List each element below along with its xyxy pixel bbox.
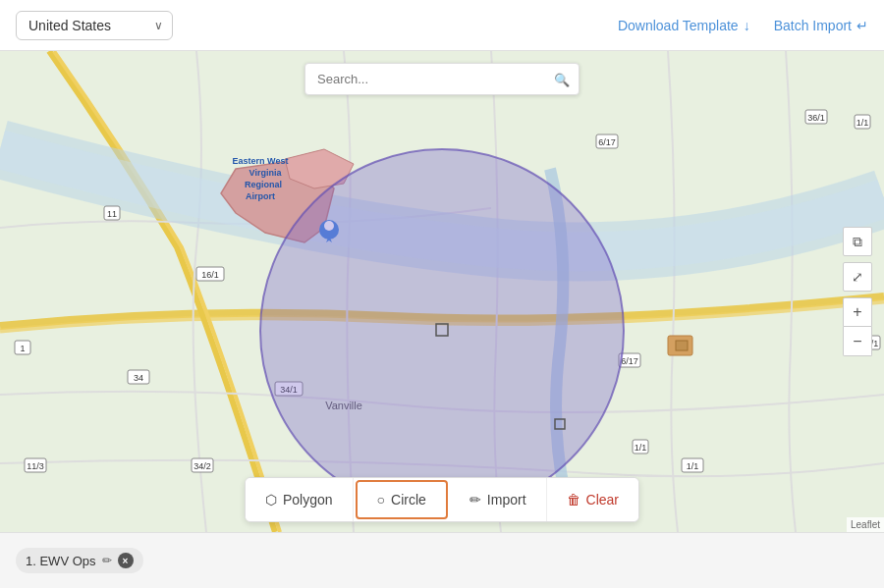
layer-button[interactable]: ⧉ — [843, 227, 872, 256]
svg-text:Virginia: Virginia — [249, 168, 283, 178]
circle-button[interactable]: ○ Circle — [356, 480, 448, 519]
svg-text:6/17: 6/17 — [598, 137, 616, 147]
batch-import-link[interactable]: Batch Import ↵ — [774, 18, 868, 33]
circle-icon: ○ — [377, 492, 385, 508]
map-controls: ⧉ ⤢ + − — [843, 227, 872, 356]
svg-text:34/2: 34/2 — [193, 461, 211, 471]
expand-button[interactable]: ⤢ — [843, 262, 872, 292]
map-toolbar: ⬡ Polygon ○ Circle ✏ Import 🗑 Clear — [245, 477, 639, 522]
leaflet-attribution: Leaflet — [847, 517, 884, 532]
clear-button[interactable]: 🗑 Clear — [547, 478, 638, 521]
map-search-input[interactable] — [304, 63, 580, 95]
zoom-in-button[interactable]: + — [843, 297, 872, 327]
svg-text:Eastern West: Eastern West — [233, 156, 289, 166]
svg-text:11/3: 11/3 — [27, 461, 44, 471]
map-container[interactable]: Eastern West Virginia Regional Airport V… — [0, 51, 884, 532]
zone-close-icon[interactable]: × — [118, 553, 134, 568]
svg-rect-4 — [676, 341, 688, 350]
clear-label: Clear — [586, 492, 619, 508]
svg-text:Regional: Regional — [245, 180, 282, 189]
polygon-button[interactable]: ⬡ Polygon — [246, 478, 354, 521]
download-template-link[interactable]: Download Template ↓ — [618, 18, 750, 33]
zones-bar: 1. EWV Ops ✏ × — [0, 532, 884, 588]
trash-icon: 🗑 — [567, 492, 580, 508]
download-template-label: Download Template — [618, 18, 739, 33]
search-icon: 🔍 — [554, 72, 570, 86]
zone-edit-icon[interactable]: ✏ — [102, 554, 112, 567]
svg-text:1/1: 1/1 — [635, 443, 647, 453]
zone-tag: 1. EWV Ops ✏ × — [16, 548, 143, 573]
svg-text:36/1: 36/1 — [807, 113, 825, 123]
batch-import-label: Batch Import — [774, 18, 852, 33]
import-label: Import — [487, 492, 526, 508]
country-select[interactable]: United States Canada United Kingdom — [16, 11, 173, 40]
svg-text:16/1: 16/1 — [201, 270, 219, 280]
svg-text:11: 11 — [107, 209, 117, 219]
download-icon: ↓ — [744, 18, 750, 33]
svg-text:1/1: 1/1 — [687, 461, 699, 471]
import-icon: ↵ — [856, 18, 868, 33]
main-content: Eastern West Virginia Regional Airport V… — [0, 51, 884, 588]
import-button[interactable]: ✏ Import — [450, 478, 547, 521]
import-pencil-icon: ✏ — [470, 492, 481, 508]
top-bar: United States Canada United Kingdom ∨ Do… — [0, 0, 884, 51]
map-search: 🔍 — [304, 63, 580, 95]
top-links: Download Template ↓ Batch Import ↵ — [618, 18, 868, 33]
circle-label: Circle — [391, 492, 426, 508]
svg-point-40 — [260, 149, 624, 512]
polygon-icon: ⬡ — [265, 492, 277, 508]
polygon-label: Polygon — [283, 492, 333, 508]
zone-name: 1. EWV Ops — [26, 554, 96, 568]
svg-text:Airport: Airport — [246, 191, 275, 201]
zoom-out-button[interactable]: − — [843, 327, 872, 356]
svg-text:6/17: 6/17 — [621, 356, 638, 366]
svg-text:1: 1 — [20, 344, 25, 353]
svg-text:1/1: 1/1 — [856, 118, 869, 128]
country-select-wrapper: United States Canada United Kingdom ∨ — [16, 11, 173, 40]
svg-text:34: 34 — [134, 373, 143, 383]
map-background: Eastern West Virginia Regional Airport V… — [0, 51, 884, 532]
